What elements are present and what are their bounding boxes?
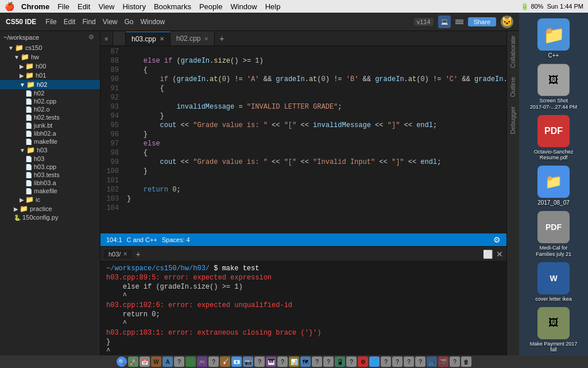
dock-app17[interactable]: ?: [346, 356, 357, 367]
terminal-content[interactable]: ~/workspace/cs150/hw/h03/ $ make test h0…: [100, 262, 506, 355]
dock-app6[interactable]: 🎸: [220, 356, 230, 367]
ide-menu-file[interactable]: File: [45, 18, 56, 26]
editor-tab-h03cpp[interactable]: h03.cpp ✕: [126, 32, 171, 45]
file-tree-toggle[interactable]: ≡: [100, 32, 113, 45]
sidebar-item-h03cpp[interactable]: 📄 h03.cpp: [0, 163, 100, 171]
dock-app20[interactable]: ?: [392, 356, 403, 367]
code-text[interactable]: else if (gradeIn.size() >= 1) { if (grad…: [122, 46, 506, 233]
menubar-help[interactable]: Help: [265, 2, 281, 11]
dock-trash[interactable]: 🗑: [461, 356, 471, 367]
menubar-edit[interactable]: Edit: [78, 2, 90, 11]
dock-app8[interactable]: 📷: [243, 356, 253, 367]
dock-app7[interactable]: 📧: [231, 356, 242, 367]
sidebar-item-h00[interactable]: ▶ 📁 h00: [0, 62, 100, 71]
terminal-maximize-icon[interactable]: ⬜: [483, 250, 493, 259]
dock-app16[interactable]: 📱: [335, 356, 345, 367]
ide-menu-view[interactable]: View: [103, 18, 118, 26]
dock-app1[interactable]: A: [163, 356, 173, 367]
editor-tab-close-icon[interactable]: ✕: [160, 36, 164, 42]
terminal-tab-close-icon[interactable]: ✕: [123, 251, 127, 257]
sidebar-item-h02[interactable]: ▼ 📁 h02: [0, 80, 100, 89]
sidebar-item-h02tests[interactable]: 📄 h02.tests: [0, 113, 100, 121]
ide-menu-go[interactable]: Go: [125, 18, 134, 26]
dock-app21[interactable]: ?: [404, 356, 414, 367]
menubar-window[interactable]: Window: [230, 2, 257, 11]
sidebar-item-h03[interactable]: ▼ 📁 h03: [0, 145, 100, 155]
sidebar-item-cs150[interactable]: ▼ 📁 cs150: [0, 43, 100, 52]
ide-menu-window[interactable]: Window: [141, 18, 165, 26]
dock-calendar[interactable]: 📅: [140, 356, 150, 367]
sidebar-item-h01[interactable]: ▶ 📁 h01: [0, 71, 100, 80]
dock-app4[interactable]: 🎮: [197, 356, 207, 367]
desktop-icon-coverletter[interactable]: W cover letter ikea: [528, 262, 579, 302]
dock-app14[interactable]: ?: [312, 356, 322, 367]
apple-menu[interactable]: 🍎: [5, 2, 14, 11]
sidebar-item-practice[interactable]: ▶ 📁 practice: [0, 204, 100, 213]
dock-app11[interactable]: ?: [277, 356, 288, 367]
dock-app24[interactable]: 🎬: [438, 356, 448, 367]
sidebar-item-h02cpp[interactable]: 📄 h02.cpp: [0, 97, 100, 105]
status-settings-icon[interactable]: ⚙: [493, 235, 501, 244]
sidebar-item-h03tests[interactable]: 📄 h03.tests: [0, 171, 100, 179]
code-editor[interactable]: 87 88 89 90 91 92 93 94 95 96 97 98 99 1…: [100, 46, 506, 233]
desktop-icon-screenshot[interactable]: 🖼 Screen Shot2017-07-...27:44 PM: [528, 64, 579, 110]
sidebar-item-libh02[interactable]: 📄 libh02.a: [0, 129, 100, 137]
dock-app10[interactable]: 🎹: [266, 356, 276, 367]
dock-app23[interactable]: 📺: [427, 356, 437, 367]
gear-icon[interactable]: ⚙: [88, 33, 94, 41]
share-button[interactable]: Share: [468, 17, 496, 26]
dock-word[interactable]: W: [151, 356, 161, 367]
dock-app25[interactable]: ?: [450, 356, 460, 367]
debugger-tab[interactable]: Debugger: [507, 102, 519, 139]
menubar-history[interactable]: History: [122, 2, 145, 11]
sidebar-item-hw[interactable]: ▼ 📁 hw: [0, 52, 100, 62]
sidebar-item-ic[interactable]: ▶ 📁 ic: [0, 195, 100, 204]
dock-app12[interactable]: 📊: [289, 356, 299, 367]
file-icon: 📄: [25, 180, 32, 186]
desktop-icon-medicalc[interactable]: PDF Medi-Cal forFamilies july 21: [528, 211, 579, 258]
dock-app19[interactable]: ?: [381, 356, 391, 367]
desktop-icon-resume[interactable]: PDF Octavio-SanchezResume.pdf: [528, 115, 579, 162]
sidebar-item-makefile2[interactable]: 📄 makefile: [0, 187, 100, 195]
outline-tab[interactable]: Outline: [507, 72, 519, 102]
new-editor-tab-button[interactable]: +: [215, 32, 229, 45]
dock-app18[interactable]: ⚙: [358, 356, 368, 367]
sidebar-item-h02-file[interactable]: 📄 h02: [0, 89, 100, 97]
terminal-close-icon[interactable]: ✕: [496, 250, 503, 259]
dock-launchpad[interactable]: 🚀: [128, 356, 138, 367]
dock-app5[interactable]: ?: [208, 356, 219, 367]
folder-icon: 📁: [25, 71, 34, 79]
dock-chrome[interactable]: 🌐: [369, 356, 380, 367]
dock-app2[interactable]: ?: [174, 356, 184, 367]
new-terminal-button[interactable]: +: [136, 250, 140, 259]
ide-topbar-right: v114 💻 Share 🐱: [414, 16, 513, 28]
menubar-people[interactable]: People: [199, 2, 222, 11]
sidebar-item-junkbt[interactable]: 📄 junk.bt: [0, 121, 100, 129]
sidebar-item-libh03[interactable]: 📄 libh03.a: [0, 179, 100, 187]
dock-finder[interactable]: 🔍: [117, 356, 127, 367]
menubar-chrome[interactable]: Chrome: [21, 2, 49, 11]
sidebar-item-h03-file[interactable]: 📄 h03: [0, 155, 100, 163]
editor-tab-close-icon[interactable]: ✕: [204, 36, 208, 42]
sidebar-item-makefile1[interactable]: 📄 makefile: [0, 137, 100, 145]
dock-app22[interactable]: ?: [415, 356, 425, 367]
dock-app15[interactable]: ?: [323, 356, 334, 367]
editor-tab-h02cpp[interactable]: h02.cpp ✕: [171, 32, 215, 45]
menubar-view[interactable]: View: [98, 2, 114, 11]
ide-menu-find[interactable]: Find: [82, 18, 95, 26]
sidebar-item-h02o[interactable]: 📄 h02.o: [0, 105, 100, 113]
dock-app13[interactable]: 🗺: [300, 356, 311, 367]
settings-icon[interactable]: [455, 20, 463, 24]
folder-icon: 📁: [537, 18, 570, 51]
desktop-icon-makepayment[interactable]: 🖼 Make Payment 2017fall: [528, 307, 579, 354]
menubar-file[interactable]: File: [57, 2, 69, 11]
dock-app9[interactable]: ?: [254, 356, 265, 367]
desktop-icon-2017[interactable]: 📁 2017_08_07: [528, 166, 579, 206]
sidebar-item-150config[interactable]: 🐍 150config.py: [0, 213, 100, 221]
menubar-bookmarks[interactable]: Bookmarks: [154, 2, 191, 11]
ide-menu-edit[interactable]: Edit: [64, 18, 76, 26]
collaborate-tab[interactable]: Collaborate: [507, 31, 519, 72]
dock-app3[interactable]: 🎵: [185, 356, 196, 367]
terminal-tab-h03[interactable]: h03/ ✕: [104, 250, 132, 259]
desktop-icon-cpp[interactable]: 📁 C++: [528, 18, 579, 59]
